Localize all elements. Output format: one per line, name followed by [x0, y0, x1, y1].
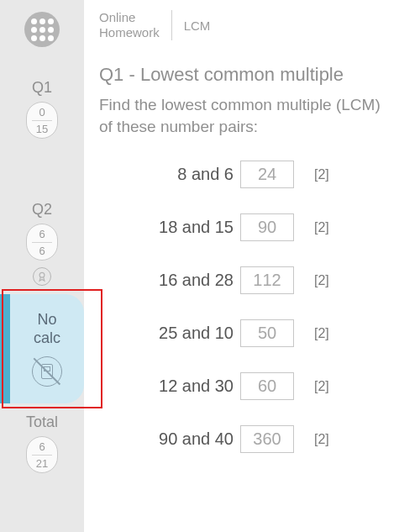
marks-label: [2] — [314, 220, 329, 235]
answer-input[interactable] — [240, 161, 294, 188]
no-calculator-icon — [32, 356, 62, 387]
sidebar-item-q1[interactable]: Q1 0 15 — [17, 79, 67, 139]
answer-row: 8 and 6 [2] — [133, 161, 403, 188]
no-calc-tab[interactable]: Nocalc — [0, 294, 84, 403]
number-pair: 18 and 15 — [133, 218, 234, 237]
answer-input[interactable] — [240, 266, 294, 294]
marks-label: [2] — [314, 167, 329, 182]
answer-input[interactable] — [240, 319, 294, 347]
no-calc-label: Nocalc — [34, 311, 60, 347]
number-pair: 90 and 40 — [133, 429, 234, 449]
number-pair: 8 and 6 — [133, 165, 234, 184]
marks-label: [2] — [314, 379, 329, 394]
answer-row: 18 and 15 [2] — [133, 213, 403, 241]
q1-label: Q1 — [17, 79, 67, 97]
total-label: Total — [17, 413, 67, 431]
sidebar: Q1 0 15 Q2 6 6 Nocalc — [0, 0, 84, 532]
question-prompt: Find the lowest common multiple (LCM) of… — [99, 94, 403, 137]
answer-row: 16 and 28 [2] — [133, 266, 403, 294]
main-content: OnlineHomework LCM Q1 - Lowest common mu… — [84, 0, 420, 532]
answer-input[interactable] — [240, 213, 294, 241]
answer-row: 90 and 40 [2] — [133, 425, 403, 453]
svg-point-0 — [39, 272, 45, 277]
breadcrumb-parent[interactable]: OnlineHomework — [99, 10, 172, 40]
q2-score: 6 6 — [26, 224, 58, 261]
number-pair: 16 and 28 — [133, 271, 234, 290]
answer-input[interactable] — [240, 372, 294, 400]
sidebar-item-q2[interactable]: Q2 6 6 — [17, 201, 67, 286]
marks-label: [2] — [314, 432, 329, 447]
app-menu-icon[interactable] — [24, 12, 60, 47]
answer-input[interactable] — [240, 425, 294, 453]
breadcrumb-current: LCM — [184, 18, 211, 33]
number-pair: 12 and 30 — [133, 377, 234, 396]
award-icon — [33, 267, 51, 286]
marks-label: [2] — [314, 273, 329, 288]
total-score: 6 21 — [26, 436, 58, 473]
number-pair: 25 and 10 — [133, 324, 234, 343]
q1-score: 0 15 — [26, 102, 58, 139]
page-title: Q1 - Lowest common multiple — [99, 64, 403, 86]
breadcrumb: OnlineHomework LCM — [99, 0, 403, 45]
answer-rows: 8 and 6 [2] 18 and 15 [2] 16 and 28 [2] … — [99, 161, 403, 453]
marks-label: [2] — [314, 326, 329, 341]
answer-row: 12 and 30 [2] — [133, 372, 403, 400]
sidebar-item-total: Total 6 21 — [17, 413, 67, 473]
answer-row: 25 and 10 [2] — [133, 319, 403, 347]
q2-label: Q2 — [17, 201, 67, 219]
